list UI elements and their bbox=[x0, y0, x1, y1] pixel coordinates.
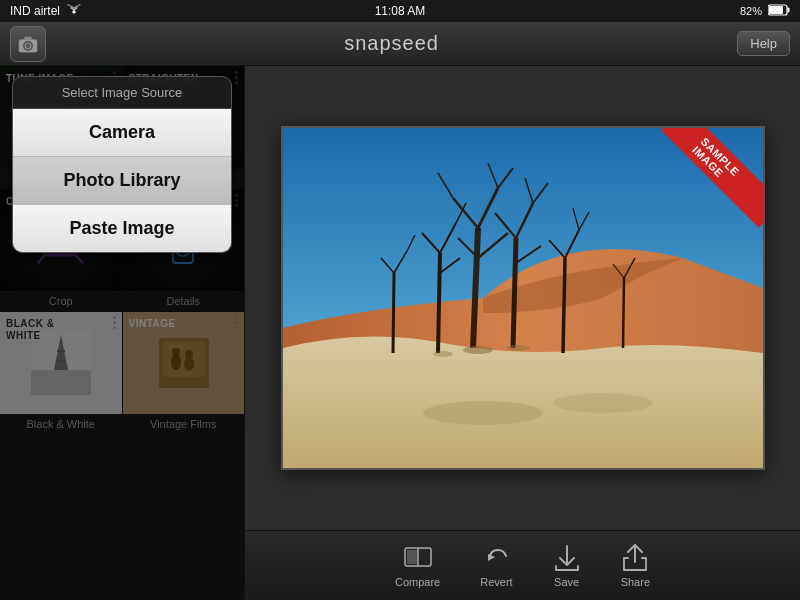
status-right: 82% bbox=[740, 4, 790, 18]
right-area: Compare Revert bbox=[245, 66, 800, 600]
revert-label: Revert bbox=[480, 576, 512, 588]
share-icon bbox=[621, 544, 649, 572]
main-layout: Select Image Source Camera Photo Library… bbox=[0, 66, 800, 600]
svg-point-75 bbox=[433, 351, 453, 357]
bottom-toolbar: Compare Revert bbox=[245, 530, 800, 600]
svg-rect-77 bbox=[407, 550, 417, 564]
carrier-label: IND airtel bbox=[10, 4, 60, 18]
status-left: IND airtel bbox=[10, 4, 82, 19]
sample-image-ribbon bbox=[653, 128, 763, 238]
compare-button[interactable]: Compare bbox=[395, 544, 440, 588]
save-icon bbox=[553, 544, 581, 572]
dropdown-overlay: Select Image Source Camera Photo Library… bbox=[0, 66, 244, 600]
sample-image bbox=[283, 128, 763, 468]
help-button[interactable]: Help bbox=[737, 31, 790, 56]
revert-button[interactable]: Revert bbox=[480, 544, 512, 588]
svg-line-56 bbox=[438, 253, 440, 353]
left-panel: Select Image Source Camera Photo Library… bbox=[0, 66, 245, 600]
top-bar: snapseed Help bbox=[0, 22, 800, 66]
svg-point-74 bbox=[506, 345, 530, 351]
time-display: 11:08 AM bbox=[375, 4, 426, 18]
save-button[interactable]: Save bbox=[553, 544, 581, 588]
svg-line-61 bbox=[393, 273, 394, 353]
status-bar: IND airtel 11:08 AM 82% bbox=[0, 0, 800, 22]
svg-point-5 bbox=[26, 43, 31, 48]
svg-point-41 bbox=[553, 393, 653, 413]
battery-percentage: 82% bbox=[740, 5, 762, 17]
compare-label: Compare bbox=[395, 576, 440, 588]
open-image-button[interactable] bbox=[10, 26, 46, 62]
svg-point-73 bbox=[463, 346, 493, 354]
battery-icon bbox=[768, 4, 790, 18]
svg-line-70 bbox=[623, 278, 624, 348]
svg-marker-79 bbox=[488, 554, 495, 561]
svg-rect-2 bbox=[788, 8, 790, 13]
svg-line-65 bbox=[563, 258, 565, 353]
svg-rect-6 bbox=[24, 36, 31, 40]
dropdown-header: Select Image Source bbox=[13, 77, 231, 109]
share-button[interactable]: Share bbox=[621, 544, 650, 588]
svg-line-50 bbox=[513, 238, 516, 348]
camera-option[interactable]: Camera bbox=[13, 109, 231, 157]
svg-point-40 bbox=[423, 401, 543, 425]
paste-image-option[interactable]: Paste Image bbox=[13, 205, 231, 252]
photo-library-option[interactable]: Photo Library bbox=[13, 157, 231, 205]
svg-rect-1 bbox=[769, 6, 783, 14]
image-area bbox=[245, 66, 800, 530]
share-label: Share bbox=[621, 576, 650, 588]
wifi-icon bbox=[66, 4, 82, 19]
image-frame bbox=[281, 126, 765, 470]
app-title: snapseed bbox=[344, 32, 439, 55]
save-label: Save bbox=[554, 576, 579, 588]
compare-icon bbox=[404, 544, 432, 572]
dropdown-panel: Select Image Source Camera Photo Library… bbox=[12, 76, 232, 253]
revert-icon bbox=[482, 544, 510, 572]
